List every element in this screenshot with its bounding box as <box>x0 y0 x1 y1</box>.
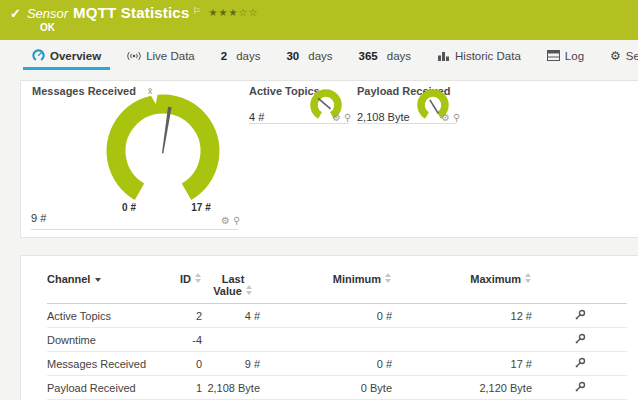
gauge-toolbar: ⚙ ⚲ <box>332 113 351 123</box>
table-row: Messages Received 0 9 # 0 # 17 # <box>47 352 627 376</box>
gauge-pin-icon[interactable]: ⚲ <box>453 113 460 123</box>
bar-chart-icon <box>437 50 450 62</box>
divider <box>249 123 349 124</box>
table-row: Payload Received 1 2,108 Byte 0 Byte 2,1… <box>47 376 627 400</box>
table-header-row: Channel ID Last Value Minimum Maximum <box>47 265 627 304</box>
divider <box>31 229 238 230</box>
channel-maximum: 2,120 Byte <box>392 376 532 400</box>
channel-last-value: 9 # <box>202 352 260 376</box>
channel-id: -4 <box>157 328 202 352</box>
gauge-toolbar: ⚙ ⚲ <box>221 216 240 226</box>
table-row: Active Topics 2 4 # 0 # 12 # <box>47 304 627 328</box>
channels-table: Channel ID Last Value Minimum Maximum <box>47 265 627 400</box>
tab-historic-data[interactable]: Historic Data <box>428 44 530 70</box>
gauge-needle <box>318 98 330 108</box>
gear-icon: ⚙ <box>610 49 621 63</box>
gauge-current-value: 2,108 Byte <box>357 111 410 123</box>
priority-stars[interactable]: ★★★☆☆ <box>209 7 259 18</box>
sort-icon <box>385 273 392 283</box>
gauge-min-label: 0 # <box>109 202 149 213</box>
gauge-settings-icon[interactable]: ⚙ <box>221 216 230 226</box>
channel-minimum: 0 Byte <box>260 376 392 400</box>
messages-received-gauge <box>101 87 225 211</box>
gauge-toolbar: ⚙ ⚲ <box>441 113 460 123</box>
object-kind-label: Sensor <box>27 6 68 21</box>
flag-icon[interactable]: ⚐ <box>192 6 200 16</box>
sort-icon <box>525 273 532 283</box>
live-broadcast-icon <box>127 50 141 62</box>
status-badge: OK <box>40 22 628 33</box>
channel-minimum: 0 # <box>260 352 392 376</box>
gauge-needle <box>430 100 439 114</box>
tab-bar: Overview Live Data 2 days 30 days 365 da… <box>0 40 638 70</box>
sort-icon <box>195 273 202 283</box>
divider <box>357 123 457 124</box>
channel-id: 2 <box>157 304 202 328</box>
channel-maximum <box>392 328 532 352</box>
channel-settings-icon[interactable] <box>532 352 627 376</box>
tab-30-days[interactable]: 30 days <box>277 44 341 70</box>
status-check-icon: ✓ <box>10 6 21 21</box>
channel-minimum <box>260 328 392 352</box>
channel-id: 1 <box>157 376 202 400</box>
channel-maximum: 17 # <box>392 352 532 376</box>
tab-log[interactable]: Log <box>538 44 593 70</box>
channel-settings-icon[interactable] <box>532 304 627 328</box>
gauge-pin-icon[interactable]: ⚲ <box>344 113 351 123</box>
column-header-id[interactable]: ID <box>157 265 202 304</box>
channel-maximum: 12 # <box>392 304 532 328</box>
tab-live-data[interactable]: Live Data <box>118 44 204 70</box>
column-header-minimum[interactable]: Minimum <box>260 265 392 304</box>
column-header-channel[interactable]: Channel <box>47 265 157 304</box>
gauge-icon <box>32 49 45 62</box>
channel-settings-icon[interactable] <box>532 376 627 400</box>
tab-365-days[interactable]: 365 days <box>350 44 420 70</box>
column-header-actions <box>532 265 627 304</box>
table-row: Downtime -4 <box>47 328 627 352</box>
gauge-settings-icon[interactable]: ⚙ <box>332 113 341 123</box>
gauge-current-value: 4 # <box>249 111 264 123</box>
channel-name[interactable]: Messages Received <box>47 352 157 376</box>
tab-2-days[interactable]: 2 days <box>212 44 270 70</box>
gauges-panel: Messages Received x̄ 0 # 17 # 9 # ⚙ ⚲ Ac… <box>20 80 638 238</box>
channel-name[interactable]: Active Topics <box>47 304 157 328</box>
channels-panel: Channel ID Last Value Minimum Maximum <box>20 255 638 400</box>
channel-name[interactable]: Downtime <box>47 328 157 352</box>
page-title: MQTT Statistics <box>73 4 189 21</box>
column-header-last-value[interactable]: Last Value <box>202 265 260 304</box>
gauge-current-value: 9 # <box>31 212 46 224</box>
average-marker-label: x̄ <box>148 86 152 96</box>
channel-minimum: 0 # <box>260 304 392 328</box>
sort-icon <box>246 285 253 295</box>
gauge-needle <box>161 107 172 154</box>
sensor-header: ✓ Sensor MQTT Statistics ⚐ ★★★☆☆ OK <box>0 0 638 40</box>
channel-settings-icon[interactable] <box>532 328 627 352</box>
gauge-pin-icon[interactable]: ⚲ <box>233 216 240 226</box>
channel-last-value: 4 # <box>202 304 260 328</box>
channel-last-value: 2,108 Byte <box>202 376 260 400</box>
tab-settings[interactable]: ⚙ Settings <box>601 44 638 70</box>
channel-name[interactable]: Payload Received <box>47 376 157 400</box>
channel-last-value <box>202 328 260 352</box>
channel-id: 0 <box>157 352 202 376</box>
gauge-max-label: 17 # <box>181 202 221 213</box>
tab-overview[interactable]: Overview <box>23 44 110 70</box>
chevron-down-icon <box>95 278 101 282</box>
log-table-icon <box>547 50 560 61</box>
column-header-maximum[interactable]: Maximum <box>392 265 532 304</box>
gauge-settings-icon[interactable]: ⚙ <box>441 113 450 123</box>
